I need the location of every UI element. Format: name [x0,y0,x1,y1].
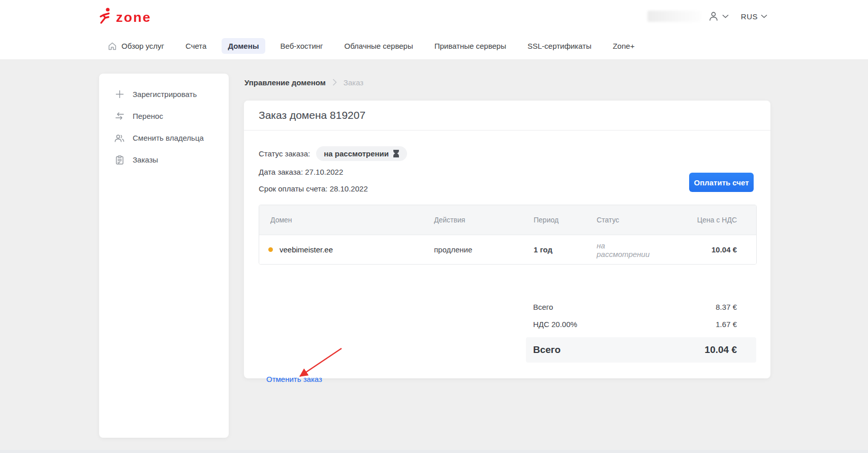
column-header-status: Статус [585,216,657,224]
transfer-icon [114,112,125,120]
nav-item-services-overview[interactable]: Обзор услуг [102,38,170,54]
row-price: 10.04 € [657,245,756,254]
nav-label: Домены [228,42,259,50]
nav-label: Обзор услуг [121,42,164,50]
total-label: Всего [533,344,561,355]
breadcrumb: Управление доменом Заказ [244,75,363,90]
summary-vat-row: НДС 20.00% 1.67 € [526,315,756,333]
summary-subtotal-row: Всего 8.37 € [526,298,756,315]
nav-item-private-servers[interactable]: Приватные серверы [428,38,512,54]
zone-logo[interactable]: zone [99,7,151,24]
column-header-period: Период [522,216,585,224]
chevron-down-icon [722,14,729,18]
sidebar-label: Зарегистрировать [133,90,197,99]
main-navigation: Обзор услуг Счета Домены Веб-хостинг Обл… [0,33,868,60]
row-period: 1 год [522,245,585,254]
nav-item-zone-plus[interactable]: Zone+ [607,38,641,54]
status-dot-icon [268,247,273,252]
top-bar: zone RUS [0,0,868,33]
row-action: продление [423,245,522,254]
hourglass-icon [393,150,399,157]
table-row: veebimeister.ee продление 1 год на рассм… [259,235,756,264]
nav-label: Облачные серверы [345,42,413,50]
nav-item-ssl-certificates[interactable]: SSL-сертификаты [521,38,598,54]
cancel-order-link[interactable]: Отменить заказ [266,375,322,383]
nav-label: Веб-хостинг [281,42,323,50]
total-value: 10.04 € [705,344,737,355]
nav-item-web-hosting[interactable]: Веб-хостинг [274,38,329,54]
people-icon [114,134,125,142]
domain-sidebar: Зарегистрировать Перенос Сменить владель… [99,74,229,438]
column-header-actions: Действия [423,216,522,224]
domain-name: veebimeister.ee [280,245,333,254]
vat-label: НДС 20.00% [533,320,577,329]
plus-icon [114,90,125,99]
order-summary: Всего 8.37 € НДС 20.00% 1.67 € Всего 10.… [526,298,756,363]
runner-icon [99,7,112,24]
order-date: Дата заказа: 27.10.2022 [259,168,343,176]
order-title: Заказ домена 819207 [244,101,770,131]
chevron-right-icon [332,79,337,86]
account-menu[interactable] [708,11,729,22]
nav-label: SSL-сертификаты [528,42,592,50]
sidebar-item-change-owner[interactable]: Сменить владельца [99,127,229,149]
nav-label: Счета [185,42,206,50]
order-card: Заказ домена 819207 Статус заказа: на ра… [244,101,770,378]
breadcrumb-domain-management[interactable]: Управление доменом [244,78,326,87]
status-badge-text: на рассмотрении [324,149,389,158]
vat-value: 1.67 € [716,320,737,329]
sidebar-label: Перенос [133,112,163,120]
status-badge: на рассмотрении [316,146,407,161]
row-status: на рассмотрении [585,241,657,258]
breadcrumb-order: Заказ [344,78,363,87]
payment-due-date: Срок оплаты счета: 28.10.2022 [259,184,368,193]
sidebar-label: Заказы [133,155,158,164]
order-items-table: Домен Действия Период Статус Цена с НДС … [259,205,757,265]
user-name-redacted [647,11,701,22]
nav-item-domains[interactable]: Домены [222,38,265,54]
pay-invoice-button[interactable]: Оплатить счет [689,173,754,192]
sidebar-label: Сменить владельца [133,134,204,142]
nav-item-cloud-servers[interactable]: Облачные серверы [338,38,419,54]
language-selector[interactable]: RUS [741,12,767,21]
column-header-domain: Домен [259,216,423,224]
brand-name: zone [116,11,151,24]
clipboard-icon [114,155,125,165]
user-icon [708,11,719,22]
column-header-price: Цена с НДС [657,216,756,224]
subtotal-value: 8.37 € [716,303,737,311]
sidebar-item-register[interactable]: Зарегистрировать [99,83,229,105]
sidebar-item-transfer[interactable]: Перенос [99,105,229,127]
chevron-down-icon [761,14,767,18]
footer-edge [0,450,868,453]
language-label: RUS [741,12,758,21]
order-status-label: Статус заказа: [259,149,310,158]
sidebar-item-orders[interactable]: Заказы [99,149,229,171]
nav-item-invoices[interactable]: Счета [179,38,212,54]
home-icon [108,42,117,51]
nav-label: Zone+ [613,42,635,50]
nav-label: Приватные серверы [435,42,506,50]
subtotal-label: Всего [533,303,553,311]
summary-total-row: Всего 10.04 € [526,337,756,363]
